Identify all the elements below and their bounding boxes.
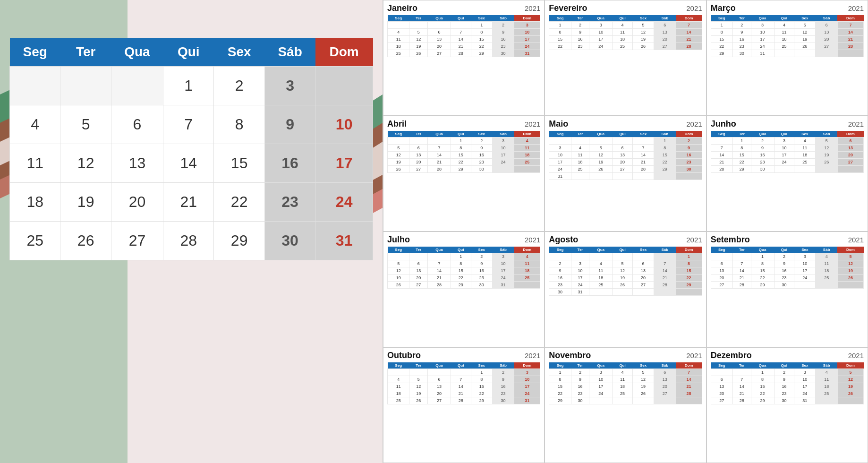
mini-day: 19 <box>794 36 816 43</box>
mini-day: 10 <box>492 260 514 267</box>
mini-day: 15 <box>751 267 774 274</box>
mini-header-dom: Dom <box>676 247 702 253</box>
mini-header-seg: Seg <box>388 362 409 369</box>
mini-day <box>794 50 816 57</box>
mini-day: 10 <box>549 152 571 159</box>
mini-day: 12 <box>388 152 409 159</box>
mini-day: 17 <box>571 274 589 282</box>
mini-header-seg: Seg <box>711 15 732 22</box>
mini-day <box>589 253 613 260</box>
mini-day: 25 <box>816 274 837 282</box>
mini-day: 3 <box>549 145 571 152</box>
mini-day <box>388 22 409 29</box>
mini-day: 15 <box>676 267 702 274</box>
mini-header-dom: Dom <box>514 131 540 137</box>
main-day-cell: 5 <box>60 105 111 144</box>
mini-day: 31 <box>549 173 571 180</box>
mini-day: 1 <box>751 369 774 376</box>
mini-day <box>409 253 428 260</box>
mini-day: 12 <box>409 383 428 390</box>
mini-header-qua: Qua <box>751 362 774 369</box>
mini-day: 19 <box>409 390 428 397</box>
mini-day: 5 <box>794 22 816 29</box>
mini-day: 3 <box>514 22 540 29</box>
mini-day: 23 <box>571 43 589 50</box>
mini-day: 1 <box>733 137 751 145</box>
mini-day: 28 <box>676 390 702 397</box>
mini-day: 1 <box>676 253 702 260</box>
mini-day <box>654 397 676 404</box>
mini-day: 25 <box>816 390 837 397</box>
main-day-cell <box>111 67 163 105</box>
mini-header-sex: Sex <box>632 362 654 369</box>
mini-day: 29 <box>451 166 471 173</box>
mini-day: 4 <box>388 29 409 36</box>
mini-day <box>613 289 633 296</box>
mini-header-ter: Ter <box>733 131 751 137</box>
mini-day: 24 <box>571 282 589 289</box>
mini-day <box>409 22 428 29</box>
mini-header-seg: Seg <box>388 15 409 22</box>
mini-year: 2021 <box>525 352 540 360</box>
mini-day: 9 <box>471 145 492 152</box>
mini-day: 10 <box>589 376 613 383</box>
mini-day <box>589 173 613 180</box>
mini-header-qui: Qui <box>774 15 794 22</box>
mini-day: 16 <box>471 152 492 159</box>
mini-day: 20 <box>632 274 654 282</box>
mini-day: 12 <box>632 376 654 383</box>
mini-day <box>549 253 571 260</box>
mini-day: 12 <box>388 267 409 274</box>
mini-day: 25 <box>774 43 794 50</box>
mini-day <box>388 137 409 145</box>
mini-day: 3 <box>514 369 540 376</box>
mini-day: 5 <box>816 137 837 145</box>
mini-day: 11 <box>613 376 633 383</box>
mini-day <box>774 50 794 57</box>
mini-header-sáb: Sáb <box>654 247 676 253</box>
mini-header-qui: Qui <box>451 247 471 253</box>
mini-day: 22 <box>549 390 571 397</box>
mini-day: 23 <box>549 282 571 289</box>
mini-day: 7 <box>733 260 751 267</box>
mini-day: 21 <box>711 159 732 166</box>
mini-header-dom: Dom <box>676 131 702 137</box>
mini-day: 24 <box>774 159 794 166</box>
mini-day <box>654 289 676 296</box>
mini-day <box>571 253 589 260</box>
mini-header-sáb: Sáb <box>816 362 837 369</box>
mini-day: 13 <box>711 383 732 390</box>
mini-day: 1 <box>471 22 492 29</box>
mini-day: 7 <box>451 376 471 383</box>
mini-day: 21 <box>733 390 751 397</box>
mini-day: 22 <box>451 274 471 282</box>
mini-day: 22 <box>451 159 471 166</box>
mini-day: 13 <box>427 36 451 43</box>
mini-header-ter: Ter <box>571 247 589 253</box>
mini-header-dom: Dom <box>837 131 863 137</box>
mini-day: 10 <box>794 376 816 383</box>
mini-day: 7 <box>427 260 451 267</box>
mini-day: 20 <box>427 390 451 397</box>
mini-header-sáb: Sáb <box>816 131 837 137</box>
mini-year: 2021 <box>525 236 540 244</box>
mini-day: 14 <box>451 36 471 43</box>
mini-day: 24 <box>589 390 613 397</box>
mini-day: 8 <box>654 145 676 152</box>
left-panel: Seg Ter Qua Qui Sex Sáb Dom 123456789101… <box>0 0 383 463</box>
mini-day: 27 <box>427 50 451 57</box>
mini-day: 17 <box>589 36 613 43</box>
mini-day: 8 <box>471 29 492 36</box>
mini-header-sex: Sex <box>471 15 492 22</box>
mini-header-qua: Qua <box>751 15 774 22</box>
mini-day: 24 <box>589 43 613 50</box>
mini-day: 11 <box>589 267 613 274</box>
main-calendar: Seg Ter Qua Qui Sex Sáb Dom 123456789101… <box>9 38 373 260</box>
mini-header-qui: Qui <box>613 362 633 369</box>
main-day-cell: 30 <box>264 222 315 260</box>
main-day-cell <box>315 67 373 105</box>
mini-day: 14 <box>733 267 751 274</box>
mini-header-sex: Sex <box>471 247 492 253</box>
mini-day: 29 <box>711 50 732 57</box>
mini-day: 30 <box>471 282 492 289</box>
